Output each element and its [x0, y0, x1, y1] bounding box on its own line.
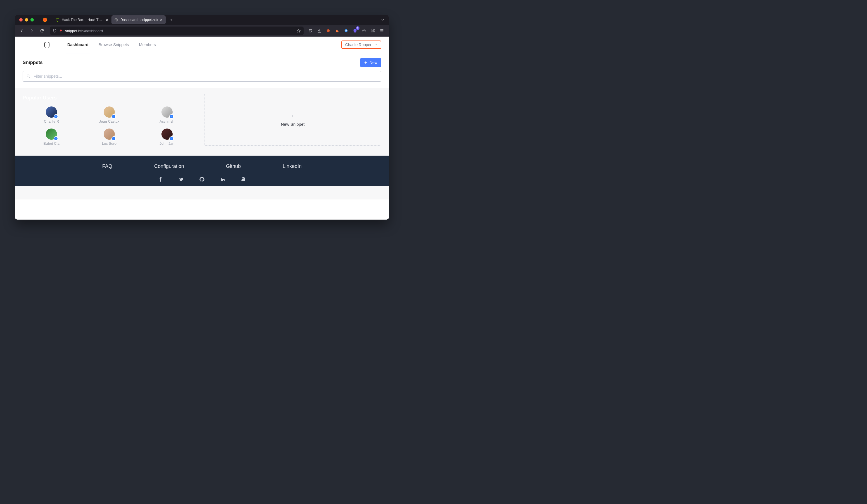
- svg-point-5: [329, 30, 329, 31]
- dashboard-area: Popular Users Charlie RJean CastuxAschi …: [15, 88, 389, 156]
- macos-window-controls[interactable]: [19, 18, 34, 22]
- foxyproxy-icon[interactable]: [334, 28, 340, 33]
- new-snippet-card[interactable]: ＋ New Snippet: [204, 94, 381, 146]
- svg-point-7: [345, 30, 347, 31]
- footer-link-github[interactable]: Github: [226, 163, 241, 169]
- user-chip[interactable]: John Jan: [138, 129, 196, 146]
- ext-icon-1[interactable]: [325, 28, 331, 33]
- verified-badge-icon: [169, 114, 174, 119]
- app-navbar: Dashboard Browse Snippets Members Charli…: [15, 36, 389, 53]
- verified-badge-icon: [169, 136, 174, 141]
- plus-icon: [364, 61, 367, 64]
- nav-link-members[interactable]: Members: [134, 36, 161, 53]
- app-logo-icon[interactable]: [43, 41, 51, 49]
- tab-label: Dashboard - snippet.htb: [120, 18, 158, 22]
- list-all-tabs-icon[interactable]: [381, 18, 385, 22]
- popular-users-column: Popular Users Charlie RJean CastuxAschi …: [23, 94, 196, 146]
- url-path: /dashboard: [84, 29, 103, 33]
- amazon-icon[interactable]: [240, 176, 246, 182]
- minimize-window-icon[interactable]: [25, 18, 28, 22]
- ext-icon-5[interactable]: [361, 28, 367, 33]
- avatar: [104, 129, 115, 140]
- url-host: snippet.htb: [65, 29, 84, 33]
- page-footer: FAQ Configuration Github LinkedIn: [15, 156, 389, 186]
- user-chip[interactable]: Babet Cla: [23, 129, 81, 146]
- verified-badge-icon: [111, 114, 116, 119]
- user-name-label: Babet Cla: [44, 141, 60, 146]
- user-name-label: Aschi Ish: [160, 119, 174, 124]
- user-chip[interactable]: Aschi Ish: [138, 106, 196, 124]
- plus-icon: ＋: [290, 113, 295, 119]
- filter-snippets-field[interactable]: [23, 71, 381, 82]
- page-viewport: Dashboard Browse Snippets Members Charli…: [15, 36, 389, 219]
- browser-tab-bar: Hack The Box :: Hack The Box ✕ Dashboard…: [15, 15, 389, 25]
- downloads-icon[interactable]: [317, 28, 322, 33]
- user-chip[interactable]: Luc Suro: [81, 129, 138, 146]
- avatar: [46, 129, 57, 140]
- avatar: [46, 106, 57, 118]
- section-heading: Snippets: [23, 60, 43, 65]
- footer-social-row: [15, 176, 389, 182]
- github-icon[interactable]: [199, 176, 205, 182]
- nav-link-label: Browse Snippets: [99, 42, 129, 47]
- user-name: Charlie Rooper: [345, 42, 372, 47]
- bookmark-star-icon[interactable]: [297, 29, 301, 33]
- user-name-label: John Jan: [160, 141, 174, 146]
- hamburger-menu-icon[interactable]: [379, 28, 385, 33]
- new-snippet-button[interactable]: New: [360, 58, 381, 67]
- tab-label: Hack The Box :: Hack The Box: [62, 18, 103, 22]
- verified-badge-icon: [111, 136, 116, 141]
- user-menu-dropdown[interactable]: Charlie Rooper: [341, 41, 381, 49]
- close-window-icon[interactable]: [19, 18, 23, 22]
- nav-link-dashboard[interactable]: Dashboard: [62, 36, 94, 53]
- user-name-label: Jean Castux: [99, 119, 119, 124]
- user-name-label: Luc Suro: [102, 141, 117, 146]
- svg-point-8: [27, 75, 29, 77]
- toolbar-extensions: [308, 28, 385, 33]
- avatar: [161, 129, 173, 140]
- user-chip[interactable]: Jean Castux: [81, 106, 138, 124]
- insecure-connection-icon[interactable]: [59, 29, 63, 33]
- search-icon: [26, 74, 31, 78]
- nav-reload-button[interactable]: [38, 26, 46, 35]
- address-bar[interactable]: snippet.htb/dashboard: [50, 26, 303, 35]
- tracking-protection-icon[interactable]: [53, 29, 57, 33]
- snippets-section: Snippets New: [15, 53, 389, 88]
- verified-badge-icon: [54, 114, 58, 119]
- twitter-icon[interactable]: [179, 176, 184, 182]
- tab-favicon-generic-icon: [114, 18, 118, 22]
- footer-link-configuration[interactable]: Configuration: [154, 163, 184, 169]
- footer-links: FAQ Configuration Github LinkedIn: [15, 163, 389, 169]
- filter-input[interactable]: [33, 74, 378, 78]
- nav-forward-button[interactable]: [28, 26, 36, 35]
- tab-favicon-htb-icon: [56, 18, 60, 22]
- linkedin-icon[interactable]: [220, 176, 225, 182]
- ext-icon-4[interactable]: [352, 28, 358, 33]
- pocket-icon[interactable]: [308, 28, 313, 33]
- popular-users-title: Popular Users: [23, 95, 196, 101]
- maximize-window-icon[interactable]: [30, 18, 34, 22]
- browser-tab-0[interactable]: Hack The Box :: Hack The Box ✕: [53, 15, 111, 24]
- avatar: [104, 106, 115, 118]
- footer-link-faq[interactable]: FAQ: [102, 163, 112, 169]
- nav-back-button[interactable]: [18, 26, 26, 35]
- user-name-label: Charlie R: [44, 119, 59, 124]
- facebook-icon[interactable]: [158, 176, 163, 182]
- browser-window: Hack The Box :: Hack The Box ✕ Dashboard…: [15, 15, 389, 219]
- new-snippet-label: New Snippet: [281, 122, 304, 127]
- below-footer-spacer: [15, 186, 389, 200]
- extensions-puzzle-icon[interactable]: [370, 28, 376, 33]
- firefox-icon: [41, 16, 49, 24]
- svg-point-4: [327, 29, 330, 32]
- nav-link-browse-snippets[interactable]: Browse Snippets: [94, 36, 134, 53]
- tab-close-icon[interactable]: ✕: [160, 18, 163, 22]
- user-chip[interactable]: Charlie R: [23, 106, 81, 124]
- ext-icon-3[interactable]: [343, 28, 349, 33]
- nav-link-label: Dashboard: [67, 42, 88, 47]
- new-tab-button[interactable]: ＋: [167, 16, 175, 24]
- new-button-label: New: [370, 60, 377, 65]
- browser-tab-1[interactable]: Dashboard - snippet.htb ✕: [111, 15, 165, 24]
- tab-close-icon[interactable]: ✕: [106, 18, 109, 22]
- avatar: [161, 106, 173, 118]
- footer-link-linkedin[interactable]: LinkedIn: [283, 163, 302, 169]
